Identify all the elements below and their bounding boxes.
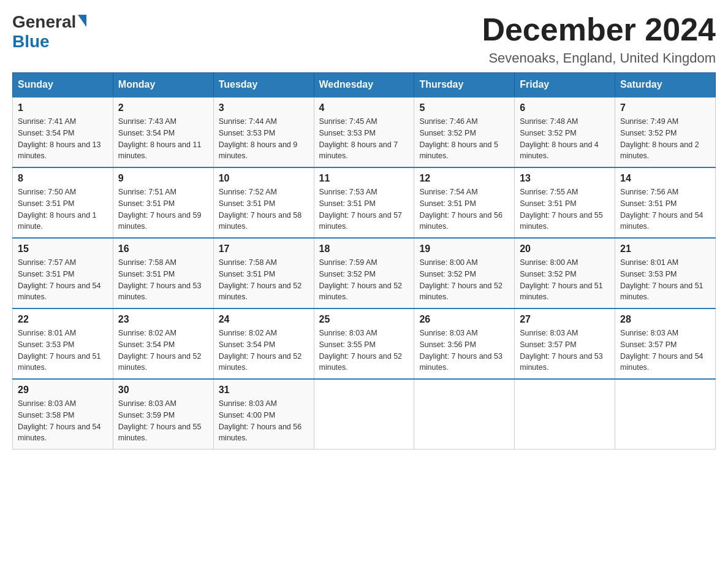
day-number: 8 xyxy=(18,173,108,184)
day-info: Sunrise: 7:57 AMSunset: 3:51 PMDaylight:… xyxy=(18,257,108,303)
day-number: 11 xyxy=(319,173,409,184)
day-info: Sunrise: 8:02 AMSunset: 3:54 PMDaylight:… xyxy=(219,327,309,373)
day-number: 14 xyxy=(620,173,710,184)
day-number: 28 xyxy=(620,314,710,325)
day-number: 10 xyxy=(219,173,309,184)
day-info: Sunrise: 7:49 AMSunset: 3:52 PMDaylight:… xyxy=(620,116,710,162)
day-info: Sunrise: 7:58 AMSunset: 3:51 PMDaylight:… xyxy=(219,257,309,303)
day-info: Sunrise: 8:00 AMSunset: 3:52 PMDaylight:… xyxy=(419,257,509,303)
day-info: Sunrise: 7:45 AMSunset: 3:53 PMDaylight:… xyxy=(319,116,409,162)
day-number: 6 xyxy=(520,102,610,113)
day-number: 15 xyxy=(18,243,108,255)
day-info: Sunrise: 8:03 AMSunset: 3:58 PMDaylight:… xyxy=(18,398,108,444)
calendar-cell: 21Sunrise: 8:01 AMSunset: 3:53 PMDayligh… xyxy=(615,238,716,308)
calendar-header-friday: Friday xyxy=(515,73,615,98)
calendar-cell: 3Sunrise: 7:44 AMSunset: 3:53 PMDaylight… xyxy=(213,97,314,167)
main-title: December 2024 xyxy=(482,12,716,47)
day-number: 30 xyxy=(118,385,208,396)
calendar-cell: 25Sunrise: 8:03 AMSunset: 3:55 PMDayligh… xyxy=(314,308,414,379)
calendar-cell: 27Sunrise: 8:03 AMSunset: 3:57 PMDayligh… xyxy=(515,308,615,379)
day-number: 31 xyxy=(219,385,309,396)
calendar-cell: 6Sunrise: 7:48 AMSunset: 3:52 PMDaylight… xyxy=(515,97,615,167)
title-section: December 2024 Sevenoaks, England, United… xyxy=(482,12,716,66)
day-number: 5 xyxy=(419,102,509,113)
day-info: Sunrise: 7:51 AMSunset: 3:51 PMDaylight:… xyxy=(118,186,208,232)
day-number: 2 xyxy=(118,102,208,113)
calendar-header-tuesday: Tuesday xyxy=(213,73,314,98)
calendar-cell: 29Sunrise: 8:03 AMSunset: 3:58 PMDayligh… xyxy=(13,379,113,450)
calendar-cell xyxy=(414,379,515,450)
day-info: Sunrise: 8:02 AMSunset: 3:54 PMDaylight:… xyxy=(118,327,208,373)
day-info: Sunrise: 7:44 AMSunset: 3:53 PMDaylight:… xyxy=(219,116,309,162)
calendar-cell xyxy=(615,379,716,450)
day-info: Sunrise: 7:59 AMSunset: 3:52 PMDaylight:… xyxy=(319,257,409,303)
day-info: Sunrise: 7:50 AMSunset: 3:51 PMDaylight:… xyxy=(18,186,108,232)
calendar-cell: 5Sunrise: 7:46 AMSunset: 3:52 PMDaylight… xyxy=(414,97,515,167)
day-number: 27 xyxy=(520,314,610,325)
day-number: 3 xyxy=(219,102,309,113)
day-number: 21 xyxy=(620,243,710,255)
calendar-header-monday: Monday xyxy=(113,73,213,98)
day-info: Sunrise: 7:58 AMSunset: 3:51 PMDaylight:… xyxy=(118,257,208,303)
calendar-week-row: 22Sunrise: 8:01 AMSunset: 3:53 PMDayligh… xyxy=(13,308,716,379)
calendar-cell: 8Sunrise: 7:50 AMSunset: 3:51 PMDaylight… xyxy=(13,167,113,238)
calendar-header-wednesday: Wednesday xyxy=(314,73,414,98)
day-info: Sunrise: 8:03 AMSunset: 3:59 PMDaylight:… xyxy=(118,398,208,444)
calendar-cell: 2Sunrise: 7:43 AMSunset: 3:54 PMDaylight… xyxy=(113,97,213,167)
calendar-cell: 31Sunrise: 8:03 AMSunset: 4:00 PMDayligh… xyxy=(213,379,314,450)
calendar-cell: 24Sunrise: 8:02 AMSunset: 3:54 PMDayligh… xyxy=(213,308,314,379)
calendar-cell: 9Sunrise: 7:51 AMSunset: 3:51 PMDaylight… xyxy=(113,167,213,238)
calendar-cell: 17Sunrise: 7:58 AMSunset: 3:51 PMDayligh… xyxy=(213,238,314,308)
day-info: Sunrise: 7:48 AMSunset: 3:52 PMDaylight:… xyxy=(520,116,610,162)
day-info: Sunrise: 8:00 AMSunset: 3:52 PMDaylight:… xyxy=(520,257,610,303)
calendar-cell xyxy=(515,379,615,450)
day-number: 26 xyxy=(419,314,509,325)
day-number: 24 xyxy=(219,314,309,325)
calendar-cell: 4Sunrise: 7:45 AMSunset: 3:53 PMDaylight… xyxy=(314,97,414,167)
day-number: 13 xyxy=(520,173,610,184)
day-number: 23 xyxy=(118,314,208,325)
day-number: 4 xyxy=(319,102,409,113)
calendar-cell: 22Sunrise: 8:01 AMSunset: 3:53 PMDayligh… xyxy=(13,308,113,379)
calendar-cell: 14Sunrise: 7:56 AMSunset: 3:51 PMDayligh… xyxy=(615,167,716,238)
calendar-header-sunday: Sunday xyxy=(13,73,113,98)
day-info: Sunrise: 8:01 AMSunset: 3:53 PMDaylight:… xyxy=(18,327,108,373)
calendar-header-thursday: Thursday xyxy=(414,73,515,98)
calendar-cell: 28Sunrise: 8:03 AMSunset: 3:57 PMDayligh… xyxy=(615,308,716,379)
day-number: 20 xyxy=(520,243,610,255)
logo-blue-container xyxy=(76,18,86,27)
day-info: Sunrise: 8:03 AMSunset: 3:55 PMDaylight:… xyxy=(319,327,409,373)
calendar-cell: 7Sunrise: 7:49 AMSunset: 3:52 PMDaylight… xyxy=(615,97,716,167)
calendar-header-row: SundayMondayTuesdayWednesdayThursdayFrid… xyxy=(13,73,716,98)
day-info: Sunrise: 7:52 AMSunset: 3:51 PMDaylight:… xyxy=(219,186,309,232)
day-number: 19 xyxy=(419,243,509,255)
calendar-cell: 11Sunrise: 7:53 AMSunset: 3:51 PMDayligh… xyxy=(314,167,414,238)
day-number: 16 xyxy=(118,243,208,255)
calendar-cell: 16Sunrise: 7:58 AMSunset: 3:51 PMDayligh… xyxy=(113,238,213,308)
calendar-cell: 13Sunrise: 7:55 AMSunset: 3:51 PMDayligh… xyxy=(515,167,615,238)
calendar-cell: 19Sunrise: 8:00 AMSunset: 3:52 PMDayligh… xyxy=(414,238,515,308)
day-number: 29 xyxy=(18,385,108,396)
day-number: 17 xyxy=(219,243,309,255)
day-info: Sunrise: 7:55 AMSunset: 3:51 PMDaylight:… xyxy=(520,186,610,232)
day-info: Sunrise: 8:03 AMSunset: 3:57 PMDaylight:… xyxy=(620,327,710,373)
day-info: Sunrise: 7:53 AMSunset: 3:51 PMDaylight:… xyxy=(319,186,409,232)
calendar-cell: 1Sunrise: 7:41 AMSunset: 3:54 PMDaylight… xyxy=(13,97,113,167)
calendar-cell: 20Sunrise: 8:00 AMSunset: 3:52 PMDayligh… xyxy=(515,238,615,308)
page-header: General Blue December 2024 Sevenoaks, En… xyxy=(12,12,716,66)
calendar-week-row: 1Sunrise: 7:41 AMSunset: 3:54 PMDaylight… xyxy=(13,97,716,167)
day-number: 9 xyxy=(118,173,208,184)
day-info: Sunrise: 7:54 AMSunset: 3:51 PMDaylight:… xyxy=(419,186,509,232)
logo-blue-text: Blue xyxy=(12,32,50,52)
calendar-cell: 23Sunrise: 8:02 AMSunset: 3:54 PMDayligh… xyxy=(113,308,213,379)
logo-general-text: General xyxy=(12,12,76,32)
calendar-cell: 10Sunrise: 7:52 AMSunset: 3:51 PMDayligh… xyxy=(213,167,314,238)
day-info: Sunrise: 7:46 AMSunset: 3:52 PMDaylight:… xyxy=(419,116,509,162)
day-info: Sunrise: 8:03 AMSunset: 3:57 PMDaylight:… xyxy=(520,327,610,373)
calendar-table: SundayMondayTuesdayWednesdayThursdayFrid… xyxy=(12,72,716,450)
calendar-cell xyxy=(314,379,414,450)
day-number: 1 xyxy=(18,102,108,113)
calendar-week-row: 8Sunrise: 7:50 AMSunset: 3:51 PMDaylight… xyxy=(13,167,716,238)
day-info: Sunrise: 7:43 AMSunset: 3:54 PMDaylight:… xyxy=(118,116,208,162)
day-number: 18 xyxy=(319,243,409,255)
